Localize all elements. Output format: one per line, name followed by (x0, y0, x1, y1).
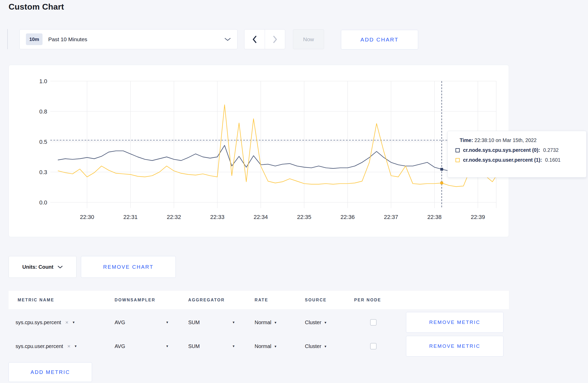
aggregator-value: SUM (188, 343, 200, 349)
chart-card: 0.00.30.50.81.022:3022:3122:3222:3322:34… (9, 65, 509, 237)
tooltip-series-row: cr.node.sys.cpu.sys.percent (0): 0.2732 (456, 147, 579, 153)
y-axis-tick-label: 0.0 (39, 199, 47, 206)
dropdown-caret-icon: ▼ (232, 321, 235, 324)
tooltip-series-value: 0.2732 (543, 147, 559, 153)
dropdown-caret-icon: ▼ (232, 344, 235, 348)
aggregator-value: SUM (188, 320, 200, 325)
x-axis-tick-label: 22:38 (427, 214, 442, 220)
chevron-left-icon (252, 36, 257, 43)
source-value: Cluster (305, 343, 321, 349)
dropdown-caret-icon: ▼ (166, 344, 169, 348)
hover-point-cr.node.sys.cpu.sys.percent (440, 168, 443, 171)
downsampler-value: AVG (115, 343, 125, 349)
tooltip-time-label: Time: (460, 137, 473, 143)
dropdown-caret-icon: ▼ (166, 321, 169, 324)
series-legend-square-icon (456, 148, 460, 152)
page-title: Custom Chart (9, 2, 64, 12)
y-axis-tick-label: 0.8 (39, 108, 47, 115)
remove-chart-button[interactable]: REMOVE CHART (81, 256, 176, 278)
metric-row: sys.cpu.sys.percent×▼AVG▼SUM▼Normal▼Clus… (9, 310, 509, 334)
x-axis-tick-label: 22:34 (254, 214, 268, 220)
tooltip-series-name: cr.node.sys.cpu.sys.percent (0): (463, 147, 540, 153)
chevron-down-icon (224, 37, 231, 41)
units-label: Units: Count (22, 264, 53, 270)
rate-dropdown[interactable]: Normal▼ (255, 320, 277, 325)
dropdown-caret-icon: ▼ (324, 321, 327, 324)
x-axis-tick-label: 22:39 (471, 214, 485, 220)
series-line-cr.node.sys.cpu.sys.percent (58, 145, 500, 171)
x-axis-tick-label: 22:30 (80, 214, 94, 220)
column-header-metric-name: METRIC NAME (18, 298, 54, 302)
series-line-cr.node.sys.cpu.user.percent (58, 105, 500, 187)
time-pager (244, 29, 285, 49)
timeseries-chart[interactable]: 0.00.30.50.81.022:3022:3122:3222:3322:34… (9, 65, 509, 237)
metric-name-dropdown[interactable]: sys.cpu.user.percent×▼ (16, 343, 77, 349)
downsampler-value: AVG (115, 320, 125, 325)
dropdown-caret-icon: ▼ (274, 344, 277, 348)
per-node-checkbox[interactable] (370, 319, 376, 325)
aggregator-dropdown[interactable]: SUM (188, 343, 200, 349)
tooltip-series-name: cr.node.sys.cpu.user.percent (1): (463, 157, 542, 163)
time-window-label: Past 10 Minutes (48, 36, 224, 42)
clear-metric-x-icon[interactable]: × (65, 319, 68, 325)
x-axis-tick-label: 22:31 (123, 214, 138, 220)
x-axis-tick-label: 22:37 (384, 214, 398, 220)
dropdown-caret-icon: ▼ (324, 344, 327, 348)
x-axis-tick-label: 22:35 (297, 214, 311, 220)
rate-dropdown[interactable]: Normal▼ (255, 343, 277, 349)
next-time-button[interactable] (265, 30, 285, 49)
column-header-source: SOURCE (305, 298, 327, 302)
per-node-checkbox[interactable] (370, 343, 376, 349)
tooltip-time-value: 22:38:10 on Mar 15th, 2022 (474, 137, 537, 143)
column-header-aggregator: AGGREGATOR (188, 298, 225, 302)
y-axis-tick-label: 1.0 (39, 78, 47, 84)
time-window-badge: 10m (26, 33, 43, 45)
downsampler-dropdown[interactable]: AVG (115, 343, 125, 349)
dropdown-caret-icon: ▼ (74, 344, 77, 348)
source-dropdown[interactable]: Cluster▼ (305, 343, 327, 349)
prev-time-button[interactable] (244, 30, 265, 49)
downsampler-dropdown[interactable]: AVG (115, 320, 125, 325)
chevron-down-icon (58, 265, 63, 269)
add-metric-button[interactable]: ADD METRIC (9, 362, 92, 382)
chevron-right-icon (272, 36, 278, 43)
column-header-rate: RATE (255, 298, 268, 302)
now-button[interactable]: Now (293, 29, 324, 49)
metrics-table-header: METRIC NAMEDOWNSAMPLERAGGREGATORRATESOUR… (9, 291, 509, 309)
source-dropdown[interactable]: Cluster▼ (305, 320, 327, 325)
x-axis-tick-label: 22:36 (340, 214, 355, 220)
y-axis-tick-label: 0.3 (39, 169, 47, 175)
column-header-per-node: PER NODE (354, 298, 381, 302)
hover-point-cr.node.sys.cpu.user.percent (440, 182, 443, 185)
column-header-downsampler: DOWNSAMPLER (115, 298, 155, 302)
time-range-dropdown[interactable]: 10m Past 10 Minutes (19, 29, 237, 49)
aggregator-dropdown[interactable]: SUM (188, 320, 200, 325)
chart-hover-tooltip: Time: 22:38:10 on Mar 15th, 2022 cr.node… (447, 131, 586, 178)
dropdown-caret-icon: ▼ (274, 321, 277, 324)
metric-name-label: sys.cpu.user.percent (16, 343, 63, 349)
y-axis-tick-label: 0.5 (39, 139, 47, 145)
series-legend-square-icon (456, 158, 460, 162)
add-chart-button[interactable]: ADD CHART (341, 30, 418, 49)
source-value: Cluster (305, 320, 321, 325)
x-axis-tick-label: 22:33 (210, 214, 225, 220)
tooltip-series-value: 0.1601 (545, 157, 561, 163)
remove-metric-button[interactable]: REMOVE METRIC (406, 312, 503, 333)
remove-metric-button[interactable]: REMOVE METRIC (406, 336, 503, 357)
metric-name-dropdown[interactable]: sys.cpu.sys.percent×▼ (16, 319, 75, 325)
clear-metric-x-icon[interactable]: × (67, 343, 70, 349)
tooltip-series-row: cr.node.sys.cpu.user.percent (1): 0.1601 (456, 157, 579, 163)
metric-row: sys.cpu.user.percent×▼AVG▼SUM▼Normal▼Clu… (9, 334, 509, 358)
rate-value: Normal (255, 320, 271, 325)
x-axis-tick-label: 22:32 (167, 214, 181, 220)
toolbar-divider (7, 29, 8, 49)
rate-value: Normal (255, 343, 271, 349)
metric-name-label: sys.cpu.sys.percent (16, 320, 61, 325)
dropdown-caret-icon: ▼ (72, 321, 75, 324)
units-dropdown[interactable]: Units: Count (9, 256, 76, 278)
